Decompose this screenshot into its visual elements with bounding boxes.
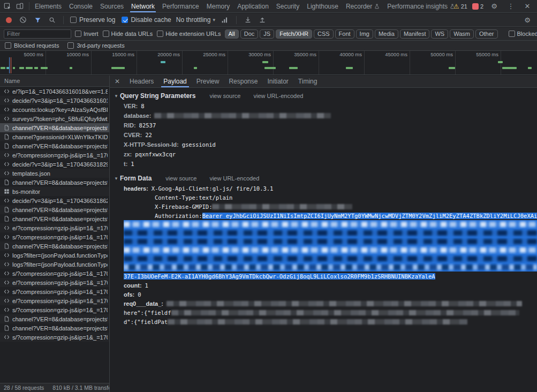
detail-tab-initiator[interactable]: Initiator <box>262 76 293 87</box>
collapse-caret-icon[interactable]: ▾ <box>112 176 120 181</box>
request-row[interactable]: logs?filter=(jsonPayload.functionType%2… <box>0 251 109 260</box>
filter-input[interactable] <box>4 29 71 39</box>
request-row[interactable]: e/?compression=gzip-js&ip=1&_=170436… <box>0 278 109 287</box>
blocked-requests-checkbox[interactable]: Blocked requests <box>5 42 59 49</box>
detail-tab-preview[interactable]: Preview <box>192 76 224 87</box>
document-icon <box>3 216 10 222</box>
filter-chip-all[interactable]: All <box>225 29 239 39</box>
close-devtools-icon[interactable]: ✕ <box>521 2 533 11</box>
detail-tabs: HeadersPayloadPreviewResponseInitiatorTi… <box>125 76 322 87</box>
filter-chip-img[interactable]: Img <box>356 29 373 39</box>
collapse-caret-icon[interactable]: ▾ <box>112 93 120 99</box>
request-row[interactable]: channel?VER=8&database=projects%2F… <box>0 205 109 214</box>
request-row[interactable]: templates.json <box>0 169 109 178</box>
search-button[interactable] <box>47 15 57 25</box>
tab-security[interactable]: Security <box>273 0 303 12</box>
request-row[interactable]: channel?VER=8&database=projects%2F… <box>0 178 109 187</box>
export-har-button[interactable] <box>258 15 267 25</box>
request-row[interactable]: decide/?v=3&ip=1&_=1704366316019&v… <box>0 96 109 105</box>
network-settings-gear-icon[interactable]: ⚙ <box>521 15 533 25</box>
request-row[interactable]: s/?compression=gzip-js&ip=1&_=170436… <box>0 287 109 296</box>
name-column-header[interactable]: Name <box>0 76 109 87</box>
request-row[interactable]: decide/?v=3&ip=1&_=1704366318629&v… <box>0 196 109 205</box>
tab-sources[interactable]: Sources <box>96 0 127 12</box>
request-row[interactable]: channel?VER=8&database=projects%2F… <box>0 123 109 132</box>
detail-tab-timing[interactable]: Timing <box>293 76 322 87</box>
close-details-icon[interactable]: ✕ <box>110 76 125 87</box>
filter-chip-media[interactable]: Media <box>375 29 398 39</box>
tab-performance-insights[interactable]: Performance insights <box>383 0 453 12</box>
request-row[interactable]: logs?filter=(jsonPayload.functionType%2… <box>0 260 109 269</box>
disable-cache-checkbox[interactable]: Disable cache <box>122 16 171 24</box>
inspect-element-icon[interactable] <box>2 2 13 11</box>
detail-tab-response[interactable]: Response <box>224 76 262 87</box>
settings-gear-icon[interactable]: ⚙ <box>488 2 500 11</box>
issues-badge[interactable]: 2 <box>472 3 483 10</box>
view-url-encoded-link[interactable]: view URL-encoded <box>253 93 303 99</box>
request-row[interactable]: channel?VER=8&database=projects%2F… <box>0 242 109 251</box>
invert-checkbox[interactable]: Invert <box>75 31 99 37</box>
hide-extension-urls-checkbox[interactable]: Hide extension URLs <box>157 31 221 37</box>
code-icon <box>3 252 10 259</box>
filter-chip-font[interactable]: Font <box>335 29 354 39</box>
network-conditions-icon[interactable] <box>220 15 230 25</box>
request-row[interactable]: s/?compression=gzip-js&ip=1&_=170436… <box>0 269 109 278</box>
filter-chip-css[interactable]: CSS <box>314 29 334 39</box>
3rd-party-requests-checkbox[interactable]: 3rd-party requests <box>67 42 124 49</box>
tab-recorder[interactable]: Recorder <box>342 0 383 12</box>
clear-network-log-button[interactable] <box>18 15 28 25</box>
request-row[interactable]: channel?VER=8&database=projects%2F… <box>0 314 109 323</box>
filter-chip-manifest[interactable]: Manifest <box>400 29 430 39</box>
blocked-response-cookies-checkbox[interactable]: Blocked response cookies <box>509 31 537 37</box>
request-row[interactable]: e/?compression=gzip-js&ip=1&_=170436… <box>0 150 109 160</box>
filter-chip-wasm[interactable]: Wasm <box>450 29 474 39</box>
request-row[interactable]: s/?compression=gzip-js&ip=1&_=170436… <box>0 305 109 314</box>
view-source-link[interactable]: view source <box>165 175 196 182</box>
redacted-token-row <box>124 229 537 237</box>
filter-chip-ws[interactable]: WS <box>431 29 448 39</box>
param-key: database: <box>124 112 151 119</box>
request-row[interactable]: channel?VER=8&database=projects%2F… <box>0 214 109 223</box>
device-toolbar-icon[interactable] <box>14 2 26 11</box>
request-row[interactable]: decide/?v=3&ip=1&_=1704366318296&v… <box>0 160 109 169</box>
request-row[interactable]: channel?gsessionid=XLWnYIkxTKIDxuq8f… <box>0 132 109 141</box>
kebab-menu-icon[interactable]: ⋮ <box>505 2 517 11</box>
request-row[interactable]: channel?VER=8&database=projects%2F… <box>0 141 109 150</box>
filter-toggle-button[interactable] <box>33 15 42 25</box>
timeline-activity-bar <box>449 67 455 69</box>
detail-tab-payload[interactable]: Payload <box>158 76 191 87</box>
filter-chip-js[interactable]: JS <box>260 29 274 39</box>
tab-label: Lighthouse <box>307 3 338 10</box>
tab-elements[interactable]: Elements <box>31 0 65 12</box>
view-source-link[interactable]: view source <box>209 93 240 99</box>
detail-tab-headers[interactable]: Headers <box>125 76 158 87</box>
tab-memory[interactable]: Memory <box>203 0 233 12</box>
view-url-encoded-link[interactable]: view URL-encoded <box>209 175 259 182</box>
request-row[interactable]: s/?compression=gzip-js&ip=1&_=170436… <box>0 333 109 342</box>
warnings-badge[interactable]: ⚠ 21 <box>453 3 467 10</box>
network-overview-timeline[interactable]: 5000 ms10000 ms15000 ms20000 ms25000 ms3… <box>0 51 537 75</box>
tab-performance[interactable]: Performance <box>158 0 203 12</box>
request-row[interactable]: e/?compression=gzip-js&ip=1&_=170436… <box>0 223 109 232</box>
tab-application[interactable]: Application <box>233 0 273 12</box>
query-param-row: t:1 <box>110 159 537 169</box>
filter-chip-doc[interactable]: Doc <box>240 29 259 39</box>
preserve-log-checkbox[interactable]: Preserve log <box>70 16 115 24</box>
filter-chip-fetch-xhr[interactable]: Fetch/XHR <box>276 29 312 39</box>
tab-network[interactable]: Network <box>127 0 158 12</box>
tab-console[interactable]: Console <box>65 0 96 12</box>
hide-data-urls-checkbox-label: Hide data URLs <box>111 31 153 37</box>
request-row[interactable]: e/?compression=gzip-js&ip=1&_=170436… <box>0 296 109 305</box>
import-har-button[interactable] <box>243 15 253 25</box>
throttling-select[interactable]: No throttling ▾ <box>176 16 215 24</box>
tab-lighthouse[interactable]: Lighthouse <box>303 0 342 12</box>
filter-chip-other[interactable]: Other <box>475 29 498 39</box>
request-row[interactable]: channel?VER=8&database=projects%2F… <box>0 323 109 333</box>
hide-data-urls-checkbox[interactable]: Hide data URLs <box>103 31 153 37</box>
request-row[interactable]: accounts:lookup?key=AIzaSyAQsfBIA8au… <box>0 105 109 114</box>
record-network-log-button[interactable] <box>4 15 13 25</box>
request-row[interactable]: surveys/?token=phc_5BfuEQfuyfdwtSVR… <box>0 114 109 123</box>
request-row[interactable]: s/?compression=gzip-js&ip=1&_=170436… <box>0 232 109 242</box>
request-row[interactable]: e/?ip=1&_=1704366316018&ver=1.84.1 <box>0 87 109 96</box>
request-row[interactable]: bs-monitor <box>0 187 109 196</box>
